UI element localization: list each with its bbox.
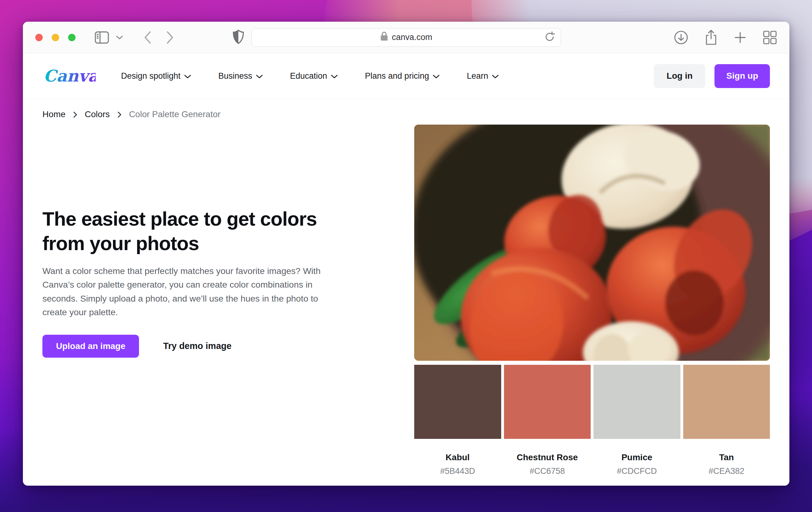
swatch-hex: #CC6758 bbox=[504, 466, 591, 476]
hero-section: The easiest place to get colors from you… bbox=[42, 207, 389, 358]
chevron-right-icon bbox=[117, 111, 122, 118]
chevron-down-icon bbox=[433, 74, 440, 79]
minimize-window-button[interactable] bbox=[52, 34, 59, 41]
swatch-hex: #5B443D bbox=[414, 466, 501, 476]
swatch-name: Tan bbox=[683, 453, 770, 462]
reload-button[interactable] bbox=[545, 31, 555, 44]
swatch-chestnut-rose[interactable] bbox=[504, 365, 591, 439]
chevron-down-icon bbox=[256, 74, 263, 79]
chevron-right-icon bbox=[73, 111, 78, 118]
canva-logo[interactable]: Canva bbox=[42, 65, 96, 87]
nav-menu: Design spotlight Business Education Plan… bbox=[121, 71, 499, 81]
svg-text:Canva: Canva bbox=[44, 66, 96, 85]
browser-toolbar: canva.com bbox=[23, 22, 789, 53]
nav-item-label: Learn bbox=[467, 71, 488, 81]
swatch-hex: #CDCFCD bbox=[593, 466, 680, 476]
forward-button[interactable] bbox=[166, 31, 174, 44]
page-title: The easiest place to get colors from you… bbox=[42, 207, 389, 256]
address-bar[interactable]: canva.com bbox=[251, 28, 561, 47]
tab-overview-button[interactable] bbox=[763, 30, 777, 45]
chevron-down-icon bbox=[331, 74, 338, 79]
swatch-name: Chestnut Rose bbox=[504, 453, 591, 462]
swatch-label: Chestnut Rose #CC6758 bbox=[504, 453, 591, 476]
cta-row: Upload an image Try demo image bbox=[42, 335, 389, 358]
downloads-button[interactable] bbox=[674, 30, 689, 45]
privacy-shield-icon[interactable] bbox=[233, 30, 244, 45]
swatch-label: Pumice #CDCFCD bbox=[593, 453, 680, 476]
nav-item-label: Plans and pricing bbox=[365, 71, 429, 81]
back-button[interactable] bbox=[144, 31, 152, 44]
close-window-button[interactable] bbox=[35, 34, 43, 41]
swatch-label: Kabul #5B443D bbox=[414, 453, 501, 476]
nav-item-learn[interactable]: Learn bbox=[467, 71, 499, 81]
url-text: canva.com bbox=[392, 32, 432, 42]
sidebar-toggle-button[interactable] bbox=[95, 31, 109, 44]
site-navigation: Canva Design spotlight Business Educatio… bbox=[23, 53, 789, 99]
safari-window: canva.com bbox=[23, 22, 789, 486]
tulip-photo bbox=[414, 125, 770, 361]
new-tab-button[interactable] bbox=[734, 31, 747, 44]
lock-icon bbox=[380, 31, 388, 44]
chevron-down-icon bbox=[492, 74, 499, 79]
nav-item-label: Business bbox=[218, 71, 252, 81]
try-demo-image-button[interactable]: Try demo image bbox=[160, 335, 235, 358]
palette-section: Kabul #5B443D Chestnut Rose #CC6758 Pumi… bbox=[414, 125, 770, 476]
upload-image-button[interactable]: Upload an image bbox=[42, 335, 139, 358]
palette-labels: Kabul #5B443D Chestnut Rose #CC6758 Pumi… bbox=[414, 453, 770, 476]
toolbar-right-group bbox=[674, 29, 777, 46]
swatch-tan[interactable] bbox=[683, 365, 770, 439]
breadcrumb-home[interactable]: Home bbox=[42, 109, 66, 119]
nav-item-design-spotlight[interactable]: Design spotlight bbox=[121, 71, 191, 81]
nav-item-education[interactable]: Education bbox=[290, 71, 338, 81]
login-button[interactable]: Log in bbox=[654, 64, 705, 88]
nav-item-plans-and-pricing[interactable]: Plans and pricing bbox=[365, 71, 440, 81]
swatch-pumice[interactable] bbox=[593, 365, 680, 439]
swatch-kabul[interactable] bbox=[414, 365, 501, 439]
sidebar-chevron-down-icon[interactable] bbox=[116, 35, 123, 40]
swatch-name: Kabul bbox=[414, 453, 501, 462]
traffic-lights bbox=[35, 34, 76, 41]
swatch-hex: #CEA382 bbox=[683, 466, 770, 476]
nav-item-label: Education bbox=[290, 71, 327, 81]
share-button[interactable] bbox=[704, 29, 718, 46]
signup-button[interactable]: Sign up bbox=[715, 64, 770, 88]
swatch-name: Pumice bbox=[593, 453, 680, 462]
page-content: Home Colors Color Palette Generator The … bbox=[23, 99, 789, 486]
chevron-down-icon bbox=[184, 74, 191, 79]
breadcrumb-colors[interactable]: Colors bbox=[85, 109, 110, 119]
breadcrumb: Home Colors Color Palette Generator bbox=[42, 109, 221, 119]
auth-buttons: Log in Sign up bbox=[654, 64, 770, 88]
palette-swatches bbox=[414, 365, 770, 439]
zoom-window-button[interactable] bbox=[68, 34, 76, 41]
breadcrumb-current-page: Color Palette Generator bbox=[129, 109, 221, 119]
address-bar-content: canva.com bbox=[380, 31, 432, 44]
nav-item-label: Design spotlight bbox=[121, 71, 180, 81]
hero-description: Want a color scheme that perfectly match… bbox=[42, 264, 327, 319]
swatch-label: Tan #CEA382 bbox=[683, 453, 770, 476]
nav-item-business[interactable]: Business bbox=[218, 71, 263, 81]
